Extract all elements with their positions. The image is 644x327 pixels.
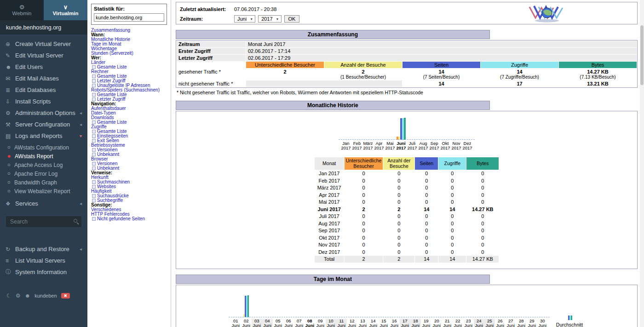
domain-selector[interactable]: kunde.benhosting.org [0,20,87,34]
sidebar-subitem-apache-error-log[interactable]: Apache Error Log [0,169,87,178]
sidebar-subitem-awstats-configuration[interactable]: AWstats Configuration [0,143,87,152]
sidebar-item-services[interactable]: ❖Services◂ [0,198,87,209]
monthly-row-label: Juli 2017 [315,213,344,220]
monthly-cell: 14.27 KB [466,206,499,213]
sidebar-subitem-awstats-report[interactable]: AWstats Report [0,152,87,161]
sidebar-item-label: Edit Virtual Server [15,52,82,59]
daily-frame: 01Juni02Juni03Juni04Juni05Juni06Juni07Ju… [176,285,638,327]
bar-vk [404,118,406,140]
monthly-cell: 0 [383,249,414,256]
ok-button[interactable]: OK [284,15,300,23]
stats-domain-input[interactable] [94,13,164,22]
sidebar-item-install-scripts[interactable]: ⇩Install Scripts [0,96,87,107]
search-input[interactable] [6,216,82,228]
chart-column-apr [374,117,385,140]
chart-label-20: 20Juni [431,319,442,327]
summary-unseen-value: 17 [481,80,558,87]
monthly-cell: 0 [383,178,414,184]
nav-sublink-nicht-gefundene-seiten[interactable]: Nicht gefundene Seiten [97,217,145,221]
sidebar: ⚙ Webmin ∨ Virtualmin kunde.benhosting.o… [0,0,87,327]
year-select[interactable]: 2017 ▼ [258,15,281,23]
monthly-cell: 2 [383,206,414,213]
tab-virtualmin-label: Virtualmin [52,11,78,16]
chart-column-09 [315,294,326,317]
scrollbar-thumb[interactable] [640,25,644,85]
column-header-anzahl-der-besuche: Anzahl der Besuche [383,157,414,170]
value-sub: (7.13 KB/Besuch) [561,75,635,80]
column-header-zugriffe: Zugriffe [438,157,466,170]
sidebar-item-server-configuration[interactable]: ⚒Server Configuration◂ [0,119,87,130]
chart-label-27: 27Juni [506,319,516,327]
summary-footnote: * Nicht gesehener Traffic ist Traffic, w… [177,90,637,95]
chart-column-12 [347,294,357,317]
chart-label-08: 08Juni [305,319,315,327]
monthly-cell: 0 [415,220,438,227]
sidebar-item-create-virtual-server[interactable]: ⊕Create Virtual Server [0,38,87,50]
monthly-cell: 0 [466,249,499,256]
monthly-cell: 0 [438,192,466,199]
awstats-nav-list: ZusammenfassungWann:Monatliche HistorieT… [91,28,167,221]
logout-button[interactable]: ✖ [61,293,70,298]
monthly-row-label: Nov 2017 [315,241,344,248]
monthly-cell: 0 [438,241,466,248]
chart-label-19: 19Juni [421,319,431,327]
monthly-cell: 0 [345,220,383,227]
summary-unseen-spacer [246,80,402,87]
sidebar-item-administration-options[interactable]: ⚙Administration Options◂ [0,107,87,119]
tab-virtualmin[interactable]: ∨ Virtualmin [44,0,87,20]
monthly-cell: 0 [345,184,383,191]
summary-header-row: Unterschiedliche BesucherAnzahl der Besu… [177,62,637,68]
sidebar-item-edit-mail-aliases[interactable]: ✉Edit Mail Aliases [0,73,87,84]
page-icon [92,180,96,184]
summary-info-label: Zeitraum [177,41,246,47]
sidebar-item-logs-and-reports[interactable]: ▤Logs and Reports▾ [0,130,87,142]
monthly-cell: 0 [415,184,438,191]
sidebar-item-edit-virtual-server[interactable]: ✎Edit Virtual Server [0,50,87,61]
monthly-cell: 0 [466,241,499,248]
chart-column-04 [262,294,273,317]
chart-column-jan [340,117,351,140]
month-select[interactable]: Juni ▼ [234,15,255,23]
install-icon: ⇩ [6,98,15,105]
sidebar-item-list-virtual-servers[interactable]: ≡List Virtual Servers [0,255,87,266]
summary-info-label: Erster Zugriff [177,48,246,54]
chart-column-juli [407,117,418,140]
night-mode-icon[interactable]: ☾ [6,293,12,299]
nav-link-stunden-serverzeit[interactable]: Stunden (Serverzeit) [91,51,167,56]
chart-column-m-rz [362,117,374,140]
submenu-bullet-icon [8,181,10,184]
summary-table: ZeitraumMonat Juni 2017Erster Zugriff02.… [176,40,637,87]
summary-unseen-label: nicht gesehener Traffic * [177,80,246,87]
sidebar-search [6,216,82,228]
monthly-cell: 0 [345,178,383,184]
chart-column-24 [474,294,484,317]
chart-label-18: 18Juni [410,319,421,327]
summary-seen-value: 14.27 KB(7.13 KB/Besuch) [559,69,637,80]
sidebar-item-backup-and-restore[interactable]: ↻Backup and Restore◂ [0,243,87,255]
chart-column-10 [326,294,336,317]
month-select-value: Juni [237,16,247,22]
chart-column-mai [385,117,396,140]
tab-webmin[interactable]: ⚙ Webmin [0,0,44,20]
sidebar-item-edit-databases[interactable]: ≣Edit Databases [0,84,87,96]
submenu-bullet-icon [8,164,10,166]
chart-column-29 [527,294,537,317]
sidebar-subitem-apache-access-log[interactable]: Apache Access Log [0,161,87,169]
sidebar-item-label: Install Scripts [15,98,82,105]
chart-label-12: 12Juni [347,319,357,327]
sidebar-subitem-label: View Webalizer Report [14,188,70,195]
settings-gears-icon[interactable]: ⚙ [16,293,21,299]
monthly-cell: 0 [466,199,499,206]
sidebar-item-label: Backup and Restore [15,246,80,252]
column-header-bytes: Bytes [466,157,499,170]
sidebar-item-label: Edit Databases [15,86,82,93]
chart-column-aug [418,117,429,140]
sidebar-menu-bottom: ↻Backup and Restore◂≡List Virtual Server… [0,240,87,278]
sidebar-subitem-view-webalizer-report[interactable]: View Webalizer Report [0,187,87,195]
sidebar-subitem-bandwidth-graph[interactable]: Bandwidth Graph [0,178,87,187]
monthly-row-label: Total [315,256,344,263]
sidebar-item-system-information[interactable]: ⓘSystem Information [0,266,87,278]
scrollbar-track[interactable] [640,0,644,327]
sidebar-item-edit-users[interactable]: ☻Edit Users [0,61,87,73]
sidebar-item-label: Edit Mail Aliases [15,75,82,82]
